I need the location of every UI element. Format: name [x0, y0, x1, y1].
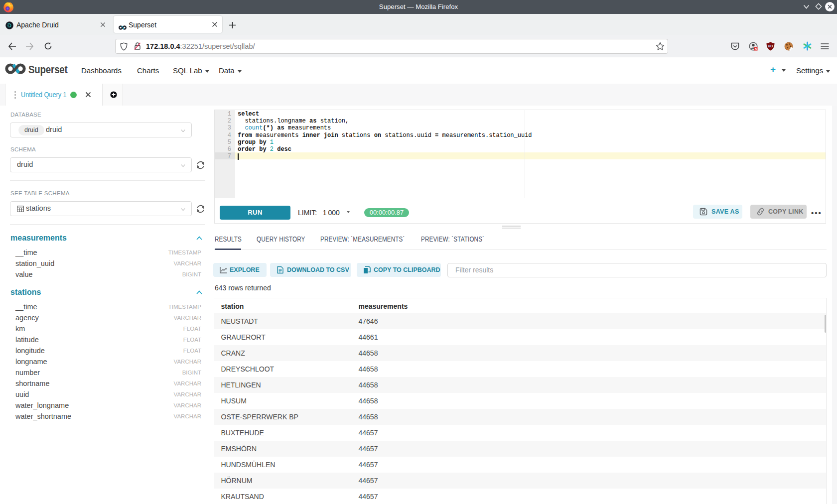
svg-text:uO: uO: [768, 44, 773, 48]
